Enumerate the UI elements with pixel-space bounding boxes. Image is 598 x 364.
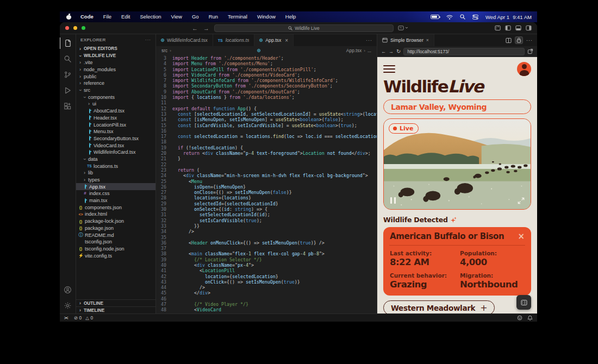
menu-item-terminal[interactable]: Terminal bbox=[223, 11, 252, 22]
code-line[interactable]: 33 }} bbox=[156, 223, 377, 229]
split-editor-icon[interactable] bbox=[506, 37, 512, 43]
menu-item-window[interactable]: Window bbox=[252, 11, 281, 22]
explorer-icon[interactable] bbox=[60, 35, 76, 51]
tree-item-app-tsx[interactable]: App.tsx bbox=[76, 183, 155, 190]
control-center-icon[interactable] bbox=[472, 15, 478, 20]
timeline-section[interactable]: ›TIMELINE bbox=[76, 306, 155, 313]
toggle-secondary-sidebar-icon[interactable] bbox=[526, 25, 532, 31]
code-line[interactable]: 39 {/* Location Selector */} bbox=[156, 257, 377, 262]
breadcrumb-item[interactable]: App.tsx bbox=[346, 48, 362, 53]
close-window-button[interactable] bbox=[65, 26, 69, 30]
browser-forward-button[interactable]: → bbox=[389, 49, 394, 54]
close-tab-icon[interactable]: × bbox=[426, 37, 429, 43]
tree-item-tsconfig-json[interactable]: tsconfig.json bbox=[76, 239, 155, 246]
code-line[interactable]: 19 if (!selectedLocation) { bbox=[156, 145, 377, 150]
tree-item-menu-tsx[interactable]: Menu.tsx bbox=[76, 128, 155, 135]
menu-item-help[interactable]: Help bbox=[281, 11, 301, 22]
code-line[interactable]: 28 locations={locations} bbox=[156, 195, 377, 200]
code-line[interactable]: 12export default function App() { bbox=[156, 106, 377, 111]
code-line[interactable]: 8import SecondaryButton from './componen… bbox=[156, 83, 377, 89]
video-card[interactable]: Live bbox=[383, 118, 531, 210]
toggle-panel-icon[interactable] bbox=[515, 25, 521, 31]
spotlight-search-icon[interactable] bbox=[460, 14, 465, 20]
open-editors-section[interactable]: ›OPEN EDITORS bbox=[76, 45, 155, 52]
tree-item-public[interactable]: ›public bbox=[76, 73, 155, 80]
code-line[interactable]: 41 <LocationPill bbox=[156, 268, 377, 273]
code-line[interactable]: 38 <main className="flex-1 flex flex-col… bbox=[156, 251, 377, 256]
tab-wildlifeinfocard-tsx[interactable]: WildlifeInfoCard.tsx bbox=[156, 34, 213, 46]
code-editor[interactable]: 3import Header from './components/Header… bbox=[156, 55, 377, 313]
code-line[interactable]: 34 /> bbox=[156, 229, 377, 234]
layout-control-dropdown[interactable] bbox=[398, 25, 408, 31]
code-line[interactable]: 31 setSelectedLocationId(id); bbox=[156, 212, 377, 217]
tree-item-reference[interactable]: ›reference bbox=[76, 80, 155, 87]
tree-item-node-modules[interactable]: ›node_modules bbox=[76, 66, 155, 73]
apple-menu-icon[interactable] bbox=[66, 14, 71, 20]
code-line[interactable]: 43 onClick={() => setIsMenuOpen(true)} bbox=[156, 279, 377, 285]
code-line[interactable]: 20 return <div className="p-4 text-foreg… bbox=[156, 150, 377, 156]
code-line[interactable]: 10import { locations } from './data/loca… bbox=[156, 95, 377, 100]
code-line[interactable]: 7import WildlifeInfoCard from './compone… bbox=[156, 78, 377, 83]
code-line[interactable]: 32 setIsCardVisible(true); bbox=[156, 218, 377, 223]
tree-item-index-css[interactable]: #index.css bbox=[76, 190, 155, 197]
command-center-search[interactable]: Wildlife Live bbox=[214, 24, 394, 32]
tab-app-tsx[interactable]: App.tsx× bbox=[254, 34, 294, 46]
code-line[interactable]: 29 selectedId={selectedLocationId} bbox=[156, 201, 377, 206]
code-line[interactable]: 21 } bbox=[156, 156, 377, 161]
fullscreen-expand-icon[interactable] bbox=[517, 197, 525, 205]
location-pill-button[interactable]: Lamar Valley, Wyoming bbox=[383, 99, 531, 114]
minimize-window-button[interactable] bbox=[73, 26, 77, 30]
code-line[interactable]: 46 bbox=[156, 296, 377, 302]
menu-item-selection[interactable]: Selection bbox=[135, 11, 166, 22]
url-input[interactable] bbox=[403, 48, 525, 55]
open-external-icon[interactable] bbox=[527, 48, 533, 54]
tab-locations-ts[interactable]: TSlocations.ts bbox=[213, 34, 254, 46]
breadcrumb-item[interactable]: ... bbox=[367, 48, 371, 53]
code-line[interactable]: 24 <div className="min-h-screen min-h-dv… bbox=[156, 173, 377, 178]
tree-item-ui[interactable]: ›ui bbox=[76, 101, 155, 108]
menu-app-name[interactable]: Code bbox=[76, 11, 98, 22]
tree-item-package-json[interactable]: {}package.json bbox=[76, 225, 155, 232]
code-line[interactable]: 22 bbox=[156, 162, 377, 167]
run-debug-icon[interactable] bbox=[60, 83, 76, 98]
extensions-icon[interactable] bbox=[60, 98, 76, 114]
tree-item-package-lock-json[interactable]: {}package-lock.json bbox=[76, 218, 155, 225]
code-line[interactable]: 37 bbox=[156, 246, 377, 251]
explorer-more-actions[interactable]: ··· bbox=[145, 37, 151, 42]
breadcrumb-item[interactable]: src bbox=[161, 48, 167, 53]
workspace-root-section[interactable]: ›WILDLIFE LIVE bbox=[76, 52, 155, 59]
toggle-primary-sidebar-icon[interactable] bbox=[505, 25, 511, 31]
tree-item-readme-md[interactable]: ⓘREADME.md bbox=[76, 231, 155, 239]
menu-item-run[interactable]: Run bbox=[204, 11, 223, 22]
browser-back-button[interactable]: ← bbox=[381, 49, 386, 54]
history-back-button[interactable]: ← bbox=[192, 25, 198, 32]
code-line[interactable]: 3import Header from './components/Header… bbox=[156, 55, 377, 61]
code-line[interactable]: 17 const selectedLocation = locations.fi… bbox=[156, 134, 377, 139]
close-tab-icon[interactable]: × bbox=[285, 37, 288, 43]
tab-simple-browser[interactable]: Simple Browser × bbox=[377, 34, 434, 46]
panel-more-actions[interactable]: ··· bbox=[526, 37, 533, 43]
tree-item-components-json[interactable]: {}components.json bbox=[76, 204, 155, 211]
tree-item-components[interactable]: ›components bbox=[76, 93, 155, 101]
problems-indicator[interactable]: ⊘0 △0 bbox=[74, 315, 94, 321]
code-line[interactable]: 42 location={selectedLocation} bbox=[156, 274, 377, 279]
customize-layout-icon[interactable] bbox=[495, 25, 501, 31]
tree-item-lib[interactable]: ›lib bbox=[76, 170, 155, 177]
source-control-icon[interactable] bbox=[60, 67, 76, 83]
code-line[interactable]: 13 const [selectedLocationId, setSelecte… bbox=[156, 111, 377, 117]
code-line[interactable]: 14 const [isMenuOpen, setIsMenuOpen] = u… bbox=[156, 117, 377, 122]
tree-item-secondarybutton-tsx[interactable]: SecondaryButton.tsx bbox=[76, 135, 155, 142]
history-forward-button[interactable]: → bbox=[203, 25, 209, 32]
wifi-icon[interactable] bbox=[446, 15, 453, 20]
lock-preview-button[interactable] bbox=[515, 36, 523, 44]
accounts-icon[interactable] bbox=[60, 282, 76, 298]
code-line[interactable]: 9import AboutCard from './components/Abo… bbox=[156, 89, 377, 95]
browser-reload-button[interactable]: ↻ bbox=[396, 48, 401, 54]
code-line[interactable]: 18 bbox=[156, 139, 377, 145]
menu-item-go[interactable]: Go bbox=[187, 11, 204, 22]
code-line[interactable]: 36 <Header onMenuClick={() => setIsMenuO… bbox=[156, 240, 377, 246]
tree-item-src[interactable]: ›src bbox=[76, 87, 155, 94]
code-line[interactable]: 27 onClose={() => setIsMenuOpen(false)} bbox=[156, 190, 377, 195]
code-line[interactable]: 15 const [isCardVisible, setIsCardVisibl… bbox=[156, 123, 377, 128]
tree-item-main-tsx[interactable]: main.tsx bbox=[76, 197, 155, 204]
